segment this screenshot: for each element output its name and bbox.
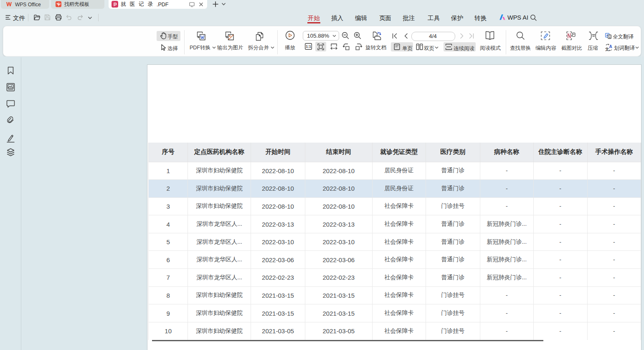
svg-text:文: 文: [605, 47, 609, 51]
svg-text:A: A: [609, 44, 612, 49]
svg-text:1:1: 1:1: [306, 44, 311, 49]
